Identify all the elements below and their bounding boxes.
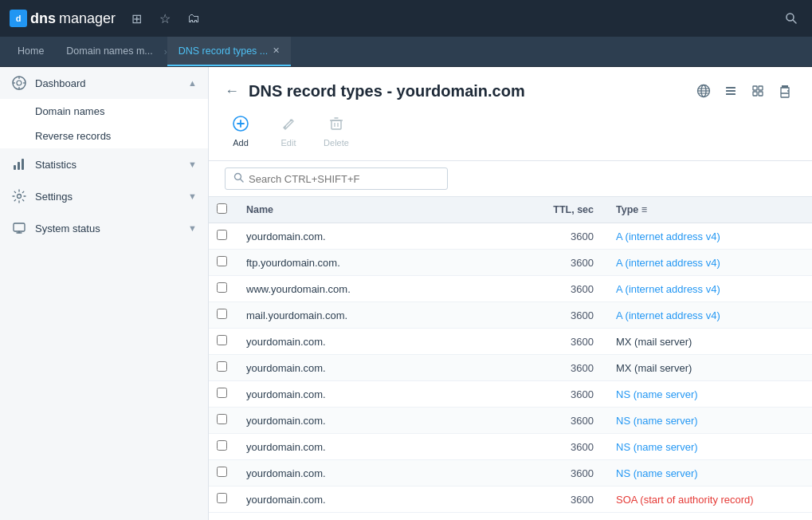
globe-icon[interactable] xyxy=(692,80,715,102)
row-checkbox[interactable] xyxy=(217,388,227,398)
add-button[interactable]: Add xyxy=(225,115,257,148)
logo-dns: dns xyxy=(30,10,56,27)
tab-domain-names[interactable]: Domain names m... xyxy=(55,37,163,66)
cell-name: yourdomain.com. xyxy=(235,408,517,434)
sidebar: Dashboard ▲ Domain names Reverse records… xyxy=(0,67,209,520)
cell-type: NS (name server) xyxy=(605,381,812,408)
system-status-icon xyxy=(11,220,27,236)
row-checkbox[interactable] xyxy=(217,467,227,477)
table-row[interactable]: www.yourdomain.com. 3600 A (internet add… xyxy=(209,276,812,302)
cell-ttl: 3600 xyxy=(517,250,605,276)
select-all-checkbox[interactable] xyxy=(217,203,227,214)
print-icon[interactable] xyxy=(774,80,796,102)
sidebar-item-reverse-records[interactable]: Reverse records xyxy=(0,124,208,148)
briefcase-icon[interactable]: 🗂 xyxy=(182,7,205,30)
chevron-down-system-icon: ▼ xyxy=(188,223,197,233)
table-row[interactable]: yourdomain.com. 3600 NS (name server) xyxy=(209,408,812,434)
svg-rect-26 xyxy=(759,92,763,96)
svg-rect-12 xyxy=(14,223,25,231)
tab-home-label: Home xyxy=(18,45,44,57)
sidebar-item-system-status[interactable]: System status ▼ xyxy=(0,212,208,244)
tab-dns-records[interactable]: DNS record types ... ✕ xyxy=(167,37,292,66)
cell-ttl: 3600 xyxy=(517,302,605,329)
svg-rect-21 xyxy=(726,90,736,92)
edit-button[interactable]: Edit xyxy=(273,115,304,148)
cell-type: SOA (start of authority record) xyxy=(605,487,812,513)
search-wrap xyxy=(225,167,448,190)
col-ttl: TTL, sec xyxy=(517,197,605,223)
sidebar-item-settings[interactable]: Settings ▼ xyxy=(0,180,208,212)
svg-rect-23 xyxy=(753,86,757,90)
table-row[interactable]: yourdomain.com. 3600 MX (mail server) xyxy=(209,329,812,355)
row-checkbox[interactable] xyxy=(217,440,227,451)
svg-point-29 xyxy=(787,90,789,92)
sidebar-item-statistics[interactable]: Statistics ▼ xyxy=(0,148,208,180)
search-icon[interactable] xyxy=(780,7,802,30)
list-view-icon[interactable] xyxy=(720,80,742,102)
cell-type: A (internet address v4) xyxy=(605,302,812,329)
table-row[interactable]: ftp.yourdomain.com. 3600 A (internet add… xyxy=(209,250,812,276)
row-checkbox[interactable] xyxy=(217,335,227,345)
col-name: Name xyxy=(235,197,517,223)
row-checkbox[interactable] xyxy=(217,230,227,240)
edit-icon xyxy=(280,115,297,136)
cell-ttl: 3600 xyxy=(517,460,605,487)
table-row[interactable]: yourdomain.com. 3600 A (internet address… xyxy=(209,223,812,250)
row-checkbox[interactable] xyxy=(217,361,227,372)
topbar: d dnsmanager ⊞ ☆ 🗂 xyxy=(0,0,812,37)
cell-name: ftp.yourdomain.com. xyxy=(235,250,517,276)
table-row[interactable]: yourdomain.com. 3600 NS (name server) xyxy=(209,381,812,408)
tabbar: Home Domain names m... › DNS record type… xyxy=(0,37,812,67)
logo-box: d xyxy=(10,10,27,27)
cell-type: A (internet address v4) xyxy=(605,276,812,302)
svg-rect-27 xyxy=(781,93,789,97)
table-row[interactable]: yourdomain.com. 3600 NS (name server) xyxy=(209,434,812,460)
table-row[interactable]: yourdomain.com. 3600 SOA (start of autho… xyxy=(209,487,812,513)
sidebar-item-domain-names[interactable]: Domain names xyxy=(0,99,208,124)
search-input[interactable] xyxy=(249,173,439,185)
chevron-down-settings-icon: ▼ xyxy=(188,191,197,201)
table-row[interactable]: yourdomain.com. 3600 MX (mail server) xyxy=(209,355,812,381)
svg-line-1 xyxy=(793,20,796,23)
table-row[interactable]: mail.yourdomain.com. 3600 A (internet ad… xyxy=(209,302,812,329)
table-row[interactable]: yourdomain.com. 3600 NS (name server) xyxy=(209,460,812,487)
topbar-icons: ⊞ ☆ 🗂 xyxy=(125,7,205,30)
sidebar-sub-dashboard: Domain names Reverse records xyxy=(0,99,208,148)
cell-ttl: 3600 xyxy=(517,223,605,250)
content: ← DNS record types - yourdomain.com xyxy=(209,67,812,520)
cell-type: NS (name server) xyxy=(605,434,812,460)
row-checkbox[interactable] xyxy=(217,309,227,319)
dashboard-icon xyxy=(11,75,27,91)
svg-point-3 xyxy=(17,81,22,85)
search-bar xyxy=(209,161,812,197)
logo-manager: manager xyxy=(59,10,116,27)
cell-ttl: 3600 xyxy=(517,487,605,513)
delete-button[interactable]: Delete xyxy=(320,115,352,148)
settings-icon xyxy=(11,188,27,204)
row-checkbox[interactable] xyxy=(217,414,227,424)
back-button[interactable]: ← xyxy=(225,83,239,100)
tab-home[interactable]: Home xyxy=(6,37,55,66)
sidebar-system-status-label: System status xyxy=(35,223,180,234)
cell-name: yourdomain.com. xyxy=(235,329,517,355)
row-checkbox[interactable] xyxy=(217,256,227,266)
grid-icon[interactable]: ⊞ xyxy=(125,7,147,30)
cell-type: A (internet address v4) xyxy=(605,223,812,250)
cell-type: NS (name server) xyxy=(605,460,812,487)
cell-ttl: 3600 xyxy=(517,408,605,434)
page-title: DNS record types - yourdomain.com xyxy=(249,82,683,100)
row-checkbox[interactable] xyxy=(217,493,227,503)
svg-rect-22 xyxy=(726,93,736,95)
logo-letter: d xyxy=(16,14,22,23)
grid-view-icon[interactable] xyxy=(747,80,769,102)
statistics-icon xyxy=(11,156,27,172)
sidebar-statistics-label: Statistics xyxy=(35,159,180,171)
cell-ttl: 3600 xyxy=(517,355,605,381)
tab-close-icon[interactable]: ✕ xyxy=(273,45,280,56)
star-icon[interactable]: ☆ xyxy=(154,7,176,30)
sidebar-item-dashboard[interactable]: Dashboard ▲ xyxy=(0,67,208,99)
tab-dns-label: DNS record types ... xyxy=(178,45,269,57)
records-table: Name TTL, sec Type ≡ yourdomain.com. 360… xyxy=(209,197,812,513)
cell-name: www.yourdomain.com. xyxy=(235,276,517,302)
row-checkbox[interactable] xyxy=(217,282,227,293)
